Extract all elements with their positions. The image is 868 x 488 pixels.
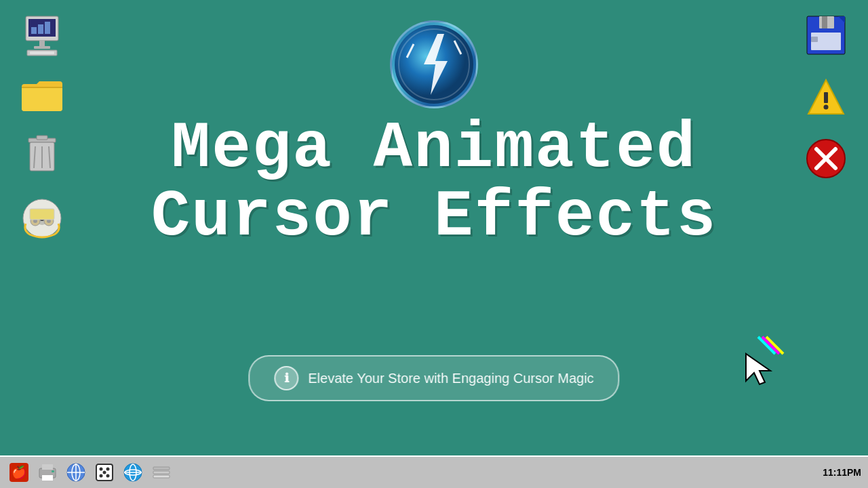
tagline-button[interactable]: ℹ Elevate Your Store with Engaging Curso…	[248, 355, 619, 401]
svg-rect-9	[22, 87, 62, 88]
svg-rect-48	[42, 464, 53, 470]
svg-rect-66	[153, 471, 170, 474]
main-title: Mega Animated Cursor Effects	[129, 115, 739, 252]
taskbar-globe-icon[interactable]	[121, 460, 145, 485]
svg-rect-2	[31, 27, 37, 34]
svg-rect-6	[34, 46, 50, 49]
svg-point-58	[103, 471, 106, 474]
svg-point-41	[824, 105, 829, 110]
svg-point-60	[106, 474, 110, 478]
title-line2: Cursor Effects	[151, 180, 717, 254]
svg-rect-3	[38, 24, 43, 34]
svg-rect-65	[153, 467, 170, 470]
taskbar-icons: 🍎	[7, 460, 174, 485]
svg-rect-8	[30, 52, 54, 54]
svg-rect-49	[42, 475, 53, 481]
computer-icon[interactable]	[20, 14, 64, 57]
taskbar: 🍎	[0, 455, 868, 488]
svg-point-57	[106, 468, 110, 471]
trash-icon[interactable]	[20, 133, 64, 176]
computer-svg	[20, 14, 64, 57]
svg-rect-67	[153, 475, 170, 478]
folder-svg	[20, 77, 64, 113]
tape-svg	[20, 197, 64, 240]
error-icon[interactable]	[804, 138, 848, 179]
logo-svg	[393, 24, 475, 105]
info-icon: ℹ	[274, 366, 298, 390]
title-line1: Mega Animated	[172, 112, 697, 186]
tape-icon[interactable]	[20, 197, 64, 240]
svg-rect-36	[822, 16, 827, 28]
cursor-svg	[732, 333, 787, 388]
svg-rect-50	[52, 470, 54, 472]
folder-icon[interactable]	[20, 77, 64, 113]
svg-rect-4	[45, 22, 50, 34]
taskbar-time: 11:11PM	[823, 467, 861, 478]
taskbar-dice-icon[interactable]	[92, 460, 117, 485]
svg-rect-23	[30, 209, 54, 220]
svg-rect-40	[824, 92, 828, 103]
svg-text:🍎: 🍎	[12, 465, 27, 480]
floppy-svg	[804, 14, 848, 57]
svg-rect-11	[37, 136, 47, 140]
warning-icon[interactable]	[804, 77, 848, 118]
tagline-text: Elevate Your Store with Engaging Cursor …	[308, 371, 593, 386]
app-logo	[390, 20, 478, 108]
svg-point-56	[100, 468, 103, 471]
taskbar-printer-icon[interactable]	[35, 460, 60, 485]
svg-rect-38	[811, 37, 818, 42]
warning-svg	[806, 77, 846, 118]
svg-marker-32	[746, 354, 770, 384]
trash-svg	[23, 133, 61, 176]
taskbar-stack-icon[interactable]	[149, 460, 174, 485]
main-area: Mega Animated Cursor Effects ℹ Elevate Y…	[0, 0, 868, 455]
right-desktop-icons	[804, 14, 848, 179]
cursor-decoration	[732, 333, 787, 388]
error-svg	[806, 138, 846, 179]
svg-point-59	[100, 474, 103, 478]
taskbar-network-icon[interactable]	[64, 460, 88, 485]
left-desktop-icons	[20, 14, 64, 240]
taskbar-apple-icon[interactable]: 🍎	[7, 460, 31, 485]
svg-rect-5	[39, 41, 45, 46]
floppy-disk-icon[interactable]	[804, 14, 848, 57]
main-title-container: Mega Animated Cursor Effects	[129, 115, 739, 252]
